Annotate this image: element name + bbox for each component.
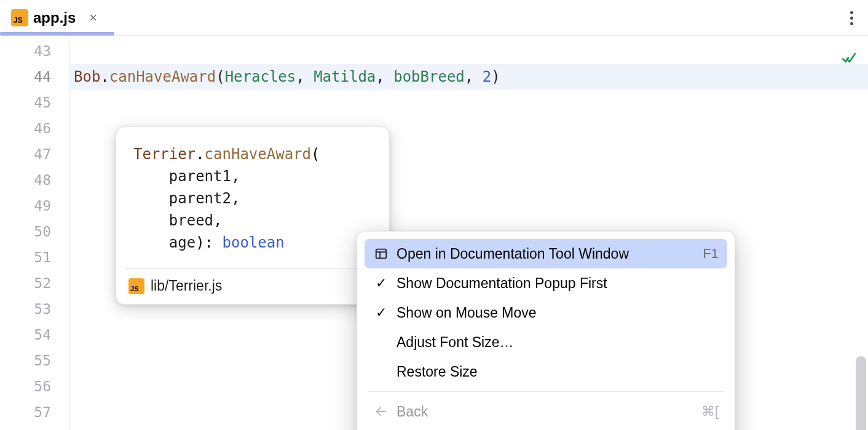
line-number[interactable]: 47 [0, 141, 69, 167]
token-paren: ) [491, 68, 500, 85]
sig-paren: ): [195, 234, 222, 251]
sig-return-type: boolean [223, 234, 285, 251]
check-icon: ✓ [373, 305, 389, 321]
sig-param: age [133, 234, 195, 251]
token-paren: ( [216, 68, 224, 85]
sig-class: Terrier [133, 146, 195, 163]
token-object: Bob [74, 68, 100, 85]
menu-item-shortcut: F1 [703, 246, 719, 262]
sig-dot: . [195, 146, 204, 163]
source-file-link[interactable]: lib/Terrier.js [151, 278, 355, 294]
sig-param: parent2, [133, 190, 240, 207]
menu-item-label: Show Documentation Popup First [397, 275, 719, 292]
editor: 434445464748495051525354555657 Bob.canHa… [0, 36, 868, 430]
menu-item-label: Back [397, 404, 694, 420]
line-number[interactable]: 49 [0, 193, 69, 219]
menu-item-label: Show on Mouse Move [397, 305, 719, 321]
token-arg: Matilda [314, 68, 376, 85]
signature-block: Terrier.canHaveAward( parent1, parent2, … [116, 127, 389, 268]
menu-separator [368, 391, 724, 392]
js-file-icon: JS [128, 278, 144, 294]
line-number[interactable]: 44 [0, 64, 69, 90]
tab-bar: JS app.js × [0, 0, 868, 36]
token-comma: , [465, 68, 483, 85]
file-tab[interactable]: JS app.js × [5, 0, 103, 35]
token-number: 2 [483, 68, 491, 85]
arrow-left-icon [373, 405, 389, 418]
token-arg: bobBreed [393, 68, 465, 85]
menu-item[interactable]: ✓Show Documentation Popup First [365, 268, 727, 298]
line-number[interactable]: 43 [0, 38, 69, 64]
check-icon: ✓ [373, 275, 389, 291]
js-file-icon: JS [11, 9, 28, 26]
gutter: 434445464748495051525354555657 [0, 36, 70, 430]
no-problems-icon[interactable] [841, 50, 857, 66]
quick-doc-popup[interactable]: Terrier.canHaveAward( parent1, parent2, … [116, 127, 390, 305]
code-line[interactable] [70, 38, 868, 64]
token-arg: Heracles [225, 68, 296, 85]
line-number[interactable]: 46 [0, 115, 69, 141]
menu-item-shortcut: ⌘[ [701, 404, 719, 420]
menu-item[interactable]: Open in Documentation Tool WindowF1 [365, 239, 727, 268]
menu-item[interactable]: Restore Size [365, 357, 727, 386]
line-number[interactable]: 52 [0, 270, 69, 296]
menu-item: Back⌘[ [365, 397, 727, 426]
token-comma: , [376, 68, 393, 85]
menu-item[interactable]: ✓Show on Mouse Move [365, 298, 727, 327]
menu-item[interactable]: Adjust Font Size… [365, 327, 727, 357]
line-number[interactable]: 45 [0, 90, 69, 115]
sig-param: breed, [133, 212, 223, 229]
sig-param: parent1, [133, 168, 240, 185]
line-number[interactable]: 51 [0, 244, 69, 270]
window-icon [373, 247, 389, 260]
line-number[interactable]: 54 [0, 322, 69, 348]
svg-rect-0 [376, 249, 387, 259]
token-method: canHaveAward [109, 68, 216, 85]
menu-item-label: Restore Size [397, 364, 719, 380]
line-number[interactable]: 55 [0, 348, 69, 373]
line-number[interactable]: 50 [0, 219, 69, 244]
vertical-scrollbar[interactable] [856, 356, 866, 430]
token-dot: . [100, 68, 109, 85]
menu-item: Forward⌘] [365, 426, 727, 430]
doc-context-menu[interactable]: Open in Documentation Tool WindowF1✓Show… [357, 231, 735, 430]
line-number[interactable]: 48 [0, 167, 69, 193]
token-comma: , [296, 68, 314, 85]
line-number[interactable]: 56 [0, 373, 69, 399]
tab-options-icon[interactable] [850, 0, 853, 36]
menu-item-label: Adjust Font Size… [397, 334, 719, 351]
line-number[interactable]: 57 [0, 399, 69, 425]
line-number[interactable]: 53 [0, 296, 69, 322]
close-tab-icon[interactable]: × [81, 10, 97, 26]
sig-method: canHaveAward [205, 146, 311, 163]
sig-paren: ( [311, 146, 320, 163]
menu-item-label: Open in Documentation Tool Window [397, 246, 695, 262]
tab-title: app.js [33, 9, 76, 26]
code-line[interactable]: Bob.canHaveAward(Heracles, Matilda, bobB… [70, 64, 868, 90]
